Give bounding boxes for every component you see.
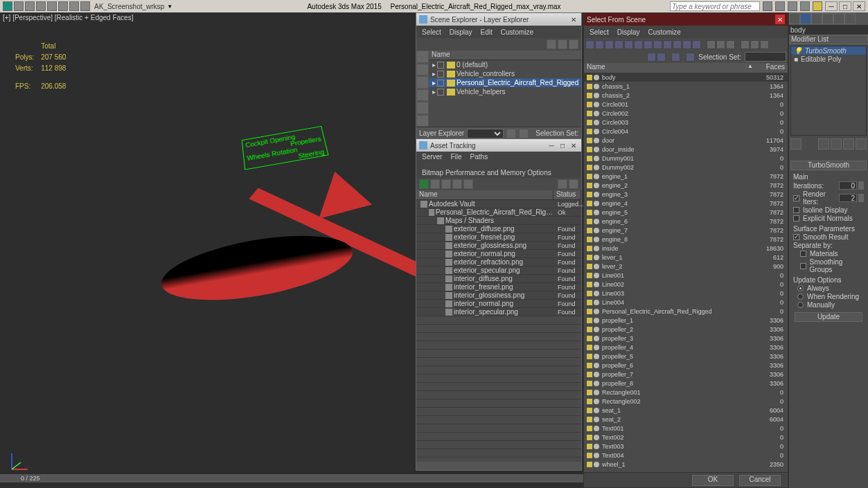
close-icon[interactable]: ✕ — [775, 15, 785, 24]
sfs-row[interactable]: engine_47872 — [584, 199, 788, 208]
sfs-row[interactable]: Text0030 — [584, 442, 788, 451]
ok-button[interactable]: OK — [692, 475, 734, 486]
tree-row[interactable]: ▸0 (default) — [429, 60, 581, 69]
invert-icon[interactable] — [741, 40, 750, 49]
sfs-row[interactable]: engine_57872 — [584, 208, 788, 217]
tb-icon3[interactable] — [671, 53, 680, 62]
collapse-icon[interactable] — [750, 40, 759, 49]
sfs-row[interactable]: chassis_11364 — [584, 82, 788, 91]
sfs-row[interactable]: seat_16004 — [584, 406, 788, 415]
menu-server[interactable]: Server — [422, 153, 442, 161]
display-icon[interactable] — [707, 40, 716, 49]
sfs-row[interactable]: Circle0040 — [584, 127, 788, 136]
sfs-row[interactable]: propeller_13306 — [584, 316, 788, 325]
cancel-button[interactable]: Cancel — [739, 475, 781, 486]
iterations-input[interactable]: 0 — [839, 181, 857, 190]
asset-row[interactable]: interior_glossiness.pngFound — [416, 291, 581, 300]
when-rendering-radio[interactable] — [797, 293, 804, 300]
sfs-row[interactable]: lever_1612 — [584, 253, 788, 262]
tb-icon[interactable] — [647, 53, 656, 62]
sfs-row[interactable]: engine_17872 — [584, 172, 788, 181]
menu-select[interactable]: Select — [590, 28, 609, 36]
show-result-icon[interactable] — [818, 138, 829, 150]
maximize-button[interactable]: □ — [839, 1, 851, 11]
asset-row[interactable]: exterior_fresnel.pngFound — [416, 233, 581, 242]
sfs-titlebar[interactable]: Select From Scene ✕ — [584, 13, 788, 26]
close-icon[interactable]: ✕ — [569, 15, 578, 24]
tb-icon[interactable] — [452, 179, 462, 189]
remove-mod-icon[interactable] — [843, 138, 854, 150]
utilities-tab[interactable] — [844, 13, 856, 24]
rollout-turbosmooth[interactable]: TurboSmooth — [790, 161, 867, 170]
tb-icon2[interactable] — [657, 53, 666, 62]
manually-radio[interactable] — [797, 302, 804, 308]
asset-row[interactable]: interior_normal.pngFound — [416, 300, 581, 308]
motion-tab[interactable] — [822, 13, 833, 24]
sfs-row[interactable]: seat_26004 — [584, 415, 788, 424]
sfs-row[interactable]: Line0010 — [584, 271, 788, 280]
sfs-row[interactable]: door11704 — [584, 136, 788, 145]
sfs-row[interactable]: Line0040 — [584, 298, 788, 307]
sfs-row[interactable]: engine_77872 — [584, 226, 788, 235]
iterations-spinner[interactable] — [858, 181, 864, 190]
save-icon[interactable] — [36, 1, 46, 11]
expand-icon[interactable] — [760, 40, 769, 49]
sfs-row[interactable]: Personal_Electric_Aircraft_Red_Rigged0 — [584, 307, 788, 316]
object-name-input[interactable] — [789, 25, 868, 35]
menu-paths[interactable]: Paths — [470, 153, 488, 161]
close-button[interactable]: ✕ — [853, 1, 865, 11]
filter-helpers-icon[interactable] — [634, 40, 643, 49]
open-icon[interactable] — [25, 1, 35, 11]
asset-list[interactable]: Autodesk VaultLogged...Personal_Electric… — [416, 200, 581, 316]
minimize-button[interactable]: ─ — [825, 1, 838, 11]
explicit-checkbox[interactable] — [793, 215, 799, 222]
sidebar-icon[interactable] — [417, 77, 428, 88]
sfs-row[interactable]: door_inside3974 — [584, 145, 788, 154]
tb-icon[interactable] — [441, 179, 451, 189]
tb-icon[interactable] — [519, 129, 529, 138]
pin-stack-icon[interactable] — [790, 138, 801, 150]
render-iters-spinner[interactable] — [858, 194, 864, 202]
smooth-result-checkbox[interactable] — [793, 234, 799, 240]
sfs-row[interactable]: propeller_83306 — [584, 379, 788, 388]
filter-shapes-icon[interactable] — [605, 40, 614, 49]
tree-row[interactable]: ▸Vehicle_helpers — [429, 87, 581, 96]
sfs-row[interactable]: Rectangle0020 — [584, 397, 788, 406]
layer-dropdown[interactable] — [467, 129, 504, 138]
sfs-row[interactable]: propeller_73306 — [584, 370, 788, 379]
sfs-row[interactable]: propeller_53306 — [584, 352, 788, 361]
tb-icon[interactable] — [463, 179, 473, 189]
comm-icon[interactable] — [775, 1, 785, 11]
link-icon[interactable] — [69, 1, 79, 11]
col-name[interactable]: Name — [416, 190, 553, 199]
workspace-label[interactable]: AK_Screenshot_wrksp — [94, 3, 164, 10]
filter-spacewarps-icon[interactable] — [644, 40, 653, 49]
hierarchy-tab[interactable] — [811, 13, 822, 24]
always-radio[interactable] — [797, 285, 804, 291]
update-button[interactable]: Update — [795, 312, 862, 322]
tree-row[interactable]: ▸Vehicle_controllers — [429, 69, 581, 78]
aircraft-model[interactable] — [118, 129, 465, 372]
filter-xrefs-icon[interactable] — [663, 40, 672, 49]
time-slider[interactable]: 0 / 225 — [0, 474, 583, 482]
col-faces[interactable]: Faces — [753, 63, 788, 73]
sfs-row[interactable]: Line0030 — [584, 289, 788, 298]
filter-containers-icon[interactable] — [682, 40, 691, 49]
filter-geometry-icon[interactable] — [595, 40, 604, 49]
modify-tab[interactable] — [800, 13, 811, 24]
configure-icon[interactable] — [856, 138, 867, 150]
sfs-row[interactable]: body50312 — [584, 73, 788, 82]
materials-checkbox[interactable] — [800, 251, 806, 257]
sidebar-icon[interactable] — [417, 90, 428, 101]
search-icon[interactable] — [763, 1, 772, 11]
tb-icon4[interactable] — [686, 53, 695, 62]
tb-icon[interactable] — [506, 129, 516, 138]
sfs-row[interactable]: wheel_12350 — [584, 460, 788, 469]
stack-editable-poly[interactable]: ■Editable Poly — [791, 55, 866, 63]
unlink-icon[interactable] — [80, 1, 90, 11]
menu-select[interactable]: Select — [422, 28, 441, 36]
tb-icon3[interactable] — [569, 39, 578, 49]
search-input[interactable] — [670, 1, 760, 11]
sidebar-icon[interactable] — [417, 64, 428, 75]
asset-row[interactable]: interior_fresnel.pngFound — [416, 283, 581, 291]
